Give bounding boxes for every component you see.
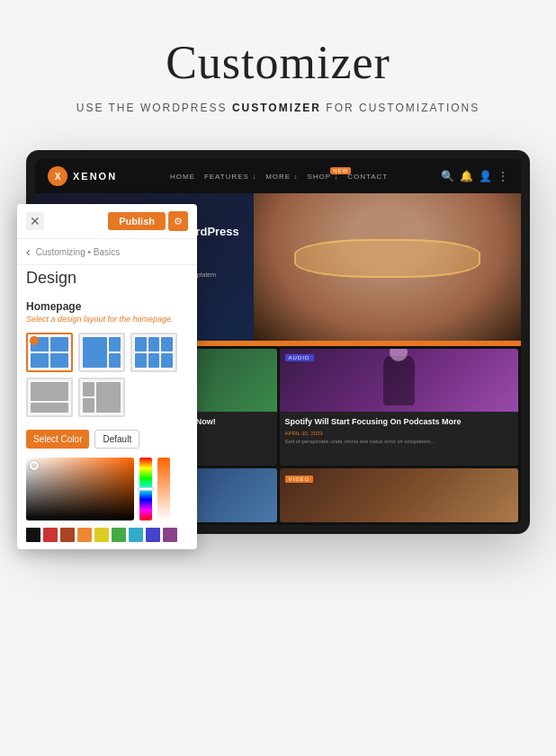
nav-icons: 🔍 🔔 👤 ⋮ bbox=[441, 170, 508, 182]
bell-icon: 🔔 bbox=[460, 170, 473, 182]
subtitle-bold: CUSTOMIZER bbox=[232, 102, 321, 114]
homepage-desc: Select a design layout for the homepage. bbox=[17, 315, 197, 329]
subtitle-plain: USE THE WORDPRESS bbox=[76, 102, 232, 114]
main-title: Customizer bbox=[18, 36, 538, 89]
swatch-black[interactable] bbox=[26, 528, 40, 542]
customizer-panel: ✕ Publish ⚙ ‹ Customizing • Basics Desig… bbox=[17, 204, 197, 549]
nav-shop: SHOP ↓ NEW bbox=[307, 173, 338, 181]
select-color-button[interactable]: Select Color bbox=[26, 430, 89, 449]
layout-options bbox=[17, 329, 197, 424]
browser-mockup: ✕ Publish ⚙ ‹ Customizing • Basics Desig… bbox=[26, 150, 530, 534]
layout-option-1[interactable] bbox=[26, 333, 73, 372]
subtitle: USE THE WORDPRESS CUSTOMIZER FOR CUSTOMI… bbox=[18, 102, 538, 114]
card-2-desc: Sed ut perspiciatis unde omnis iste natu… bbox=[285, 439, 514, 446]
nav-home: HOME bbox=[170, 173, 195, 181]
nav-more: MORE ↓ bbox=[265, 173, 298, 181]
section-title: Design bbox=[17, 265, 197, 295]
customizer-header: ✕ Publish ⚙ bbox=[17, 204, 197, 239]
hero-image bbox=[254, 193, 521, 346]
site-navbar: X XENON HOME FEATURES ↓ MORE ↓ SHOP ↓ NE… bbox=[35, 159, 521, 193]
breadcrumb: Customizing • Basics bbox=[36, 247, 121, 257]
homepage-label: Homepage bbox=[17, 295, 197, 315]
nav-badge: NEW bbox=[330, 167, 351, 174]
nav-contact: CONTACT bbox=[347, 173, 388, 181]
card-2-badge: AUDIO bbox=[285, 354, 314, 361]
layout-option-2[interactable] bbox=[78, 333, 125, 372]
color-gradient[interactable] bbox=[26, 458, 134, 520]
swatch-orange[interactable] bbox=[77, 528, 92, 542]
publish-button[interactable]: Publish bbox=[108, 212, 166, 230]
layout-option-4[interactable] bbox=[26, 378, 73, 417]
swatch-blue[interactable] bbox=[146, 528, 160, 542]
opacity-slider[interactable] bbox=[157, 458, 170, 520]
swatch-brown[interactable] bbox=[60, 528, 75, 542]
swatch-green[interactable] bbox=[112, 528, 126, 542]
subtitle-end: FOR CUSTOMIZATIONS bbox=[321, 102, 480, 114]
user-icon: 👤 bbox=[479, 170, 492, 182]
customizer-nav: ‹ Customizing • Basics bbox=[17, 239, 197, 265]
layout-option-5[interactable] bbox=[78, 378, 125, 417]
card-2: AUDIO Spotify Will Start Focusing On Pod… bbox=[280, 349, 519, 466]
swatch-cyan[interactable] bbox=[129, 528, 143, 542]
page-header: Customizer USE THE WORDPRESS CUSTOMIZER … bbox=[0, 0, 556, 132]
color-spectrum[interactable] bbox=[139, 458, 152, 520]
swatch-purple[interactable] bbox=[163, 528, 177, 542]
logo-icon: X bbox=[48, 166, 67, 186]
back-arrow-icon[interactable]: ‹ bbox=[26, 245, 31, 259]
layout-row-2 bbox=[26, 378, 188, 417]
card-2-date: APRIL 30, 2023 bbox=[285, 431, 514, 436]
logo-name: XENON bbox=[73, 171, 117, 182]
site-logo: X XENON bbox=[48, 166, 117, 186]
nav-features: FEATURES ↓ bbox=[204, 173, 256, 181]
card-2-image bbox=[280, 349, 519, 412]
swatch-red[interactable] bbox=[43, 528, 58, 542]
bottom-badge-2: VIDEO bbox=[285, 476, 314, 483]
color-swatches bbox=[17, 528, 197, 549]
swatch-yellow[interactable] bbox=[94, 528, 109, 542]
bottom-image-2: VIDEO bbox=[280, 468, 519, 522]
card-2-content: Spotify Will Start Focusing On Podcasts … bbox=[280, 412, 519, 450]
color-buttons: Select Color Default bbox=[17, 424, 197, 454]
site-nav-links: HOME FEATURES ↓ MORE ↓ SHOP ↓ NEW CONTAC… bbox=[170, 173, 388, 181]
close-button[interactable]: ✕ bbox=[26, 212, 44, 230]
color-picker[interactable] bbox=[17, 454, 197, 528]
hero-glasses bbox=[294, 239, 481, 278]
layout-row-1 bbox=[26, 333, 188, 372]
gear-button[interactable]: ⚙ bbox=[168, 211, 188, 231]
spectrum-handle[interactable] bbox=[138, 487, 154, 491]
layout-option-3[interactable] bbox=[130, 333, 177, 372]
search-icon: 🔍 bbox=[441, 170, 454, 182]
default-button[interactable]: Default bbox=[94, 430, 139, 449]
menu-icon: ⋮ bbox=[498, 170, 508, 182]
card-2-title: Spotify Will Start Focusing On Podcasts … bbox=[285, 417, 514, 428]
picker-handle[interactable] bbox=[30, 461, 39, 470]
